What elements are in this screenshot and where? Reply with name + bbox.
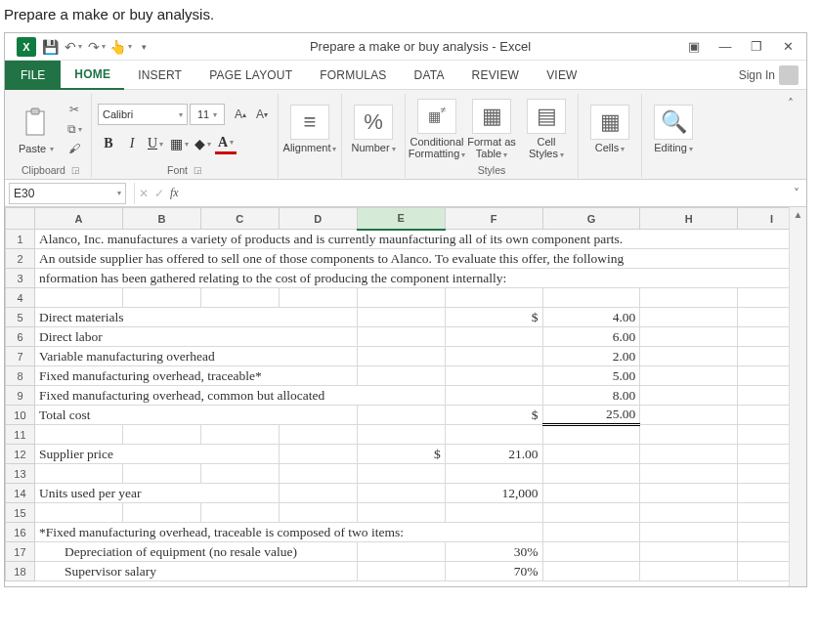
paste-button[interactable] [17,104,56,143]
cell[interactable] [640,386,738,406]
cell[interactable] [122,288,200,308]
cell[interactable] [640,347,738,366]
cell[interactable] [542,523,640,542]
font-name-dropdown[interactable]: Calibri▾ [98,104,188,125]
cell[interactable]: Direct materials [34,308,357,327]
cell[interactable] [640,523,738,542]
row-header[interactable]: 17 [6,542,35,562]
cell[interactable]: 8.00 [542,386,640,406]
cell[interactable] [357,288,445,308]
cell[interactable]: Depreciation of equipment (no resale val… [34,542,357,562]
row-header[interactable]: 13 [6,464,35,484]
cell[interactable]: 70% [445,562,542,581]
format-as-table-icon[interactable]: ▦ [472,99,511,134]
fx-icon[interactable]: fx [170,186,179,200]
cell[interactable] [445,386,542,406]
redo-icon[interactable]: ↷▾ [87,37,107,57]
increase-font-icon[interactable]: A▴ [231,104,250,125]
restore-icon[interactable]: ❐ [744,36,769,58]
cell[interactable]: 5.00 [542,366,640,386]
cell[interactable]: 30% [445,542,542,562]
cell[interactable]: nformation has been gathered relating to… [34,269,805,288]
cell[interactable]: 12,000 [445,484,542,503]
cell[interactable] [357,542,445,562]
cell[interactable] [640,542,738,562]
font-launcher-icon[interactable]: ◲ [194,165,202,175]
close-icon[interactable]: ✕ [775,36,800,58]
cell[interactable] [357,347,445,366]
italic-button[interactable]: I [121,133,143,154]
tab-data[interactable]: DATA [401,61,458,90]
tab-view[interactable]: VIEW [533,61,590,90]
expand-formula-bar-icon[interactable]: ˅ [787,187,806,200]
cell[interactable] [445,288,542,308]
row-header[interactable]: 4 [6,288,35,308]
cell[interactable] [357,464,445,484]
cell[interactable] [279,425,357,445]
cell[interactable] [640,464,738,484]
alignment-icon[interactable]: ≡ [290,105,329,140]
cell[interactable] [122,425,200,445]
cell[interactable] [200,503,279,523]
qat-customize-icon[interactable]: ▾ [134,37,153,57]
cell[interactable] [279,445,357,464]
row-header[interactable]: 3 [6,269,35,288]
cell[interactable]: $ [357,445,445,464]
row-header[interactable]: 14 [6,484,35,503]
row-header[interactable]: 11 [6,425,35,445]
cell[interactable]: Variable manufacturing overhead [34,347,357,366]
save-icon[interactable]: 💾 [40,37,60,57]
cell[interactable] [34,288,122,308]
cell[interactable] [542,562,640,581]
cell[interactable] [542,445,640,464]
cell[interactable] [357,308,445,327]
cell[interactable]: 21.00 [445,445,542,464]
tab-review[interactable]: REVIEW [458,61,534,90]
cell[interactable] [200,464,279,484]
row-header[interactable]: 15 [6,503,35,523]
cell[interactable]: 25.00 [542,406,640,425]
row-header[interactable]: 10 [6,406,35,425]
row-header[interactable]: 16 [6,523,35,542]
cell[interactable]: Alanco, Inc. manufactures a variety of p… [34,230,805,249]
col-header-E[interactable]: E [357,208,445,230]
decrease-font-icon[interactable]: A▾ [252,104,272,125]
cut-icon[interactable]: ✂ [64,101,85,118]
col-header-F[interactable]: F [445,208,542,230]
cell[interactable] [640,503,738,523]
conditional-formatting-icon[interactable]: ▦≠ [417,99,456,134]
cell[interactable] [357,327,445,347]
cell[interactable] [34,503,122,523]
cell[interactable] [445,425,542,445]
row-header[interactable]: 7 [6,347,35,366]
format-painter-icon[interactable]: 🖌 [64,140,85,157]
col-header-A[interactable]: A [34,208,122,230]
cells-icon[interactable]: ▦ [590,105,629,140]
paste-label[interactable]: Paste▾ [19,143,54,154]
ribbon-options-icon[interactable]: ▣ [681,36,707,58]
cell[interactable] [542,425,640,445]
cancel-formula-icon[interactable]: ✕ [139,187,149,200]
vertical-scrollbar[interactable]: ▲ [789,207,806,586]
row-header[interactable]: 5 [6,308,35,327]
cell[interactable]: Direct labor [34,327,357,347]
clipboard-launcher-icon[interactable]: ◲ [71,165,80,175]
cell[interactable] [200,288,279,308]
tab-insert[interactable]: INSERT [124,61,195,90]
cell[interactable] [357,562,445,581]
tab-formulas[interactable]: FORMULAS [306,61,400,90]
cell[interactable]: An outside supplier has offered to sell … [34,249,805,269]
cell[interactable]: Fixed manufacturing overhead, common but… [34,386,445,406]
cell[interactable] [640,562,738,581]
cell[interactable]: Supplier price [34,445,279,464]
minimize-icon[interactable]: — [712,36,738,58]
cell[interactable] [640,484,738,503]
cell[interactable] [279,288,357,308]
cell[interactable] [279,484,357,503]
cell[interactable]: $ [445,406,542,425]
editing-icon[interactable]: 🔍 [654,105,693,140]
cell[interactable]: Units used per year [34,484,279,503]
cell[interactable]: 4.00 [542,308,640,327]
sign-in[interactable]: Sign In [731,61,806,90]
cell[interactable]: Fixed manufacturing overhead, traceable* [34,366,357,386]
